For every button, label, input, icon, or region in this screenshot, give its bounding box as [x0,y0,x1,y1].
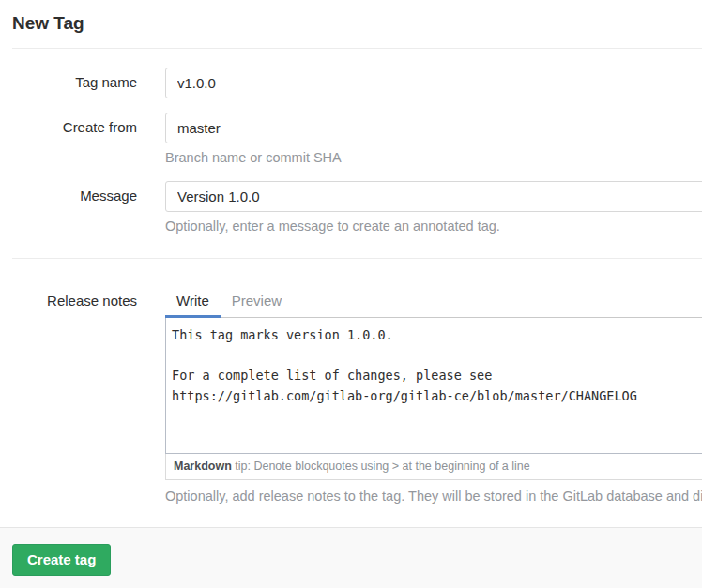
message-row: Message Optionally, enter a message to c… [0,181,702,234]
message-label: Message [0,181,137,204]
markdown-tip-bar: Markdown tip: Denote blockquotes using >… [165,454,702,480]
page-title: New Tag [12,13,690,34]
release-notes-editor: Write Preview This tag marks version 1.0… [165,284,702,504]
markdown-tip-text: tip: Denote blockquotes using > at the b… [232,460,530,473]
tag-name-controls [165,68,702,98]
header-divider [12,48,702,49]
tag-name-row: Tag name [0,68,702,98]
page-header: New Tag [0,0,702,48]
create-from-label: Create from [0,113,137,135]
message-help: Optionally, enter a message to create an… [165,219,702,234]
form-footer: Create tag [0,527,702,588]
release-notes-textarea[interactable]: This tag marks version 1.0.0. For a comp… [165,318,702,454]
create-from-input[interactable] [165,113,702,143]
create-from-row: Create from Branch name or commit SHA [0,113,702,165]
message-input[interactable] [165,181,702,212]
markdown-link[interactable]: Markdown [174,460,232,473]
create-from-help: Branch name or commit SHA [165,150,702,165]
release-notes-help: Optionally, add release notes to the tag… [165,489,702,504]
section-divider [12,258,702,259]
tag-name-label: Tag name [0,68,137,90]
message-controls: Optionally, enter a message to create an… [165,181,702,234]
create-tag-button[interactable]: Create tag [12,544,111,576]
release-notes-label: Release notes [0,284,137,309]
editor-tab-bar: Write Preview [165,284,702,318]
tag-name-input[interactable] [165,68,702,98]
tab-preview[interactable]: Preview [221,284,293,318]
release-notes-row: Release notes Write Preview This tag mar… [0,284,702,504]
new-tag-page: New Tag Tag name Create from Branch name… [0,0,702,588]
create-from-controls: Branch name or commit SHA [165,113,702,165]
tab-write[interactable]: Write [165,284,221,318]
